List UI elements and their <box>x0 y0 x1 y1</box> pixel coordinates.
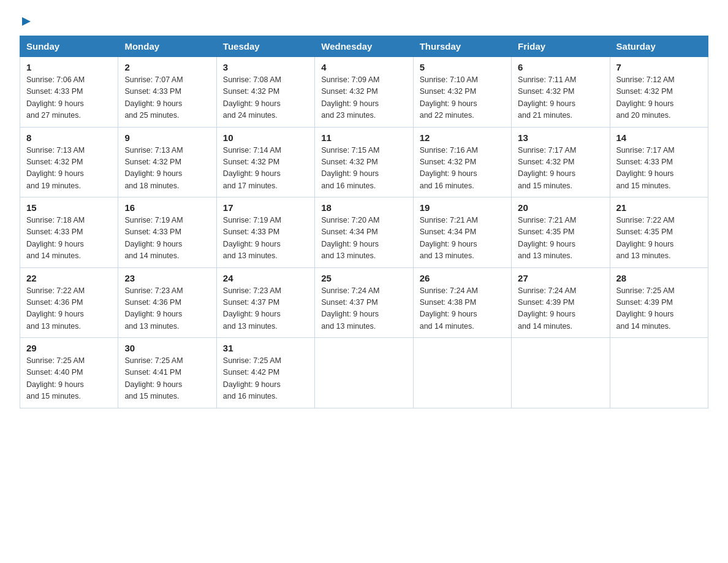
weekday-header-wednesday: Wednesday <box>315 36 413 57</box>
empty-cell <box>413 338 511 408</box>
day-cell-10: 10 Sunrise: 7:14 AM Sunset: 4:32 PM Dayl… <box>216 127 314 197</box>
day-number: 7 <box>616 62 702 72</box>
day-cell-4: 4 Sunrise: 7:09 AM Sunset: 4:32 PM Dayli… <box>315 57 413 128</box>
day-number: 8 <box>26 132 112 143</box>
day-number: 27 <box>518 273 603 283</box>
weekday-header-saturday: Saturday <box>610 36 708 57</box>
day-info: Sunrise: 7:25 AM Sunset: 4:42 PM Dayligh… <box>223 355 308 403</box>
week-row-4: 22 Sunrise: 7:22 AM Sunset: 4:36 PM Dayl… <box>20 267 708 338</box>
day-info: Sunrise: 7:19 AM Sunset: 4:33 PM Dayligh… <box>223 215 308 262</box>
day-number: 4 <box>321 62 406 72</box>
weekday-header-thursday: Thursday <box>413 36 511 57</box>
day-info: Sunrise: 7:12 AM Sunset: 4:32 PM Dayligh… <box>616 74 702 122</box>
calendar-table: SundayMondayTuesdayWednesdayThursdayFrid… <box>20 36 708 408</box>
day-number: 23 <box>124 273 210 283</box>
page-header <box>20 15 708 28</box>
day-number: 11 <box>321 132 406 143</box>
day-info: Sunrise: 7:13 AM Sunset: 4:32 PM Dayligh… <box>124 145 210 193</box>
weekday-header-monday: Monday <box>118 36 216 57</box>
day-cell-14: 14 Sunrise: 7:17 AM Sunset: 4:33 PM Dayl… <box>610 127 708 197</box>
day-cell-15: 15 Sunrise: 7:18 AM Sunset: 4:33 PM Dayl… <box>20 197 118 268</box>
day-number: 15 <box>26 202 112 213</box>
day-info: Sunrise: 7:21 AM Sunset: 4:34 PM Dayligh… <box>420 215 505 262</box>
week-row-2: 8 Sunrise: 7:13 AM Sunset: 4:32 PM Dayli… <box>20 127 708 197</box>
day-cell-27: 27 Sunrise: 7:24 AM Sunset: 4:39 PM Dayl… <box>512 267 610 338</box>
day-info: Sunrise: 7:15 AM Sunset: 4:32 PM Dayligh… <box>321 145 406 193</box>
day-cell-11: 11 Sunrise: 7:15 AM Sunset: 4:32 PM Dayl… <box>315 127 413 197</box>
day-info: Sunrise: 7:14 AM Sunset: 4:32 PM Dayligh… <box>223 145 308 193</box>
logo <box>20 15 33 28</box>
day-number: 17 <box>223 202 308 213</box>
day-number: 18 <box>321 202 406 213</box>
day-number: 5 <box>420 62 505 72</box>
day-number: 26 <box>420 273 505 283</box>
weekday-header-sunday: Sunday <box>20 36 118 57</box>
day-number: 6 <box>518 62 603 72</box>
logo-arrow-icon <box>20 15 33 28</box>
day-number: 29 <box>26 343 112 353</box>
day-info: Sunrise: 7:16 AM Sunset: 4:32 PM Dayligh… <box>420 145 505 193</box>
day-cell-20: 20 Sunrise: 7:21 AM Sunset: 4:35 PM Dayl… <box>512 197 610 268</box>
day-cell-22: 22 Sunrise: 7:22 AM Sunset: 4:36 PM Dayl… <box>20 267 118 338</box>
day-cell-21: 21 Sunrise: 7:22 AM Sunset: 4:35 PM Dayl… <box>610 197 708 268</box>
day-number: 31 <box>223 343 308 353</box>
day-cell-18: 18 Sunrise: 7:20 AM Sunset: 4:34 PM Dayl… <box>315 197 413 268</box>
weekday-header-friday: Friday <box>512 36 610 57</box>
day-cell-28: 28 Sunrise: 7:25 AM Sunset: 4:39 PM Dayl… <box>610 267 708 338</box>
day-info: Sunrise: 7:25 AM Sunset: 4:40 PM Dayligh… <box>26 355 112 403</box>
day-number: 12 <box>420 132 505 143</box>
day-info: Sunrise: 7:19 AM Sunset: 4:33 PM Dayligh… <box>124 215 210 262</box>
day-cell-31: 31 Sunrise: 7:25 AM Sunset: 4:42 PM Dayl… <box>216 338 314 408</box>
day-info: Sunrise: 7:09 AM Sunset: 4:32 PM Dayligh… <box>321 74 406 122</box>
day-cell-5: 5 Sunrise: 7:10 AM Sunset: 4:32 PM Dayli… <box>413 57 511 128</box>
day-cell-8: 8 Sunrise: 7:13 AM Sunset: 4:32 PM Dayli… <box>20 127 118 197</box>
day-cell-6: 6 Sunrise: 7:11 AM Sunset: 4:32 PM Dayli… <box>512 57 610 128</box>
day-number: 13 <box>518 132 603 143</box>
week-row-5: 29 Sunrise: 7:25 AM Sunset: 4:40 PM Dayl… <box>20 338 708 408</box>
svg-marker-0 <box>22 17 31 26</box>
day-info: Sunrise: 7:17 AM Sunset: 4:32 PM Dayligh… <box>518 145 603 193</box>
day-number: 9 <box>124 132 210 143</box>
day-cell-13: 13 Sunrise: 7:17 AM Sunset: 4:32 PM Dayl… <box>512 127 610 197</box>
day-info: Sunrise: 7:06 AM Sunset: 4:33 PM Dayligh… <box>26 74 112 122</box>
day-info: Sunrise: 7:13 AM Sunset: 4:32 PM Dayligh… <box>26 145 112 193</box>
day-cell-1: 1 Sunrise: 7:06 AM Sunset: 4:33 PM Dayli… <box>20 57 118 128</box>
day-info: Sunrise: 7:25 AM Sunset: 4:41 PM Dayligh… <box>124 355 210 403</box>
day-info: Sunrise: 7:21 AM Sunset: 4:35 PM Dayligh… <box>518 215 603 262</box>
day-cell-12: 12 Sunrise: 7:16 AM Sunset: 4:32 PM Dayl… <box>413 127 511 197</box>
day-info: Sunrise: 7:20 AM Sunset: 4:34 PM Dayligh… <box>321 215 406 262</box>
day-cell-30: 30 Sunrise: 7:25 AM Sunset: 4:41 PM Dayl… <box>118 338 216 408</box>
day-number: 20 <box>518 202 603 213</box>
day-number: 30 <box>124 343 210 353</box>
day-number: 1 <box>26 62 112 72</box>
day-cell-29: 29 Sunrise: 7:25 AM Sunset: 4:40 PM Dayl… <box>20 338 118 408</box>
day-number: 16 <box>124 202 210 213</box>
empty-cell <box>610 338 708 408</box>
day-number: 24 <box>223 273 308 283</box>
day-cell-24: 24 Sunrise: 7:23 AM Sunset: 4:37 PM Dayl… <box>216 267 314 338</box>
weekday-header-tuesday: Tuesday <box>216 36 314 57</box>
day-number: 19 <box>420 202 505 213</box>
day-info: Sunrise: 7:11 AM Sunset: 4:32 PM Dayligh… <box>518 74 603 122</box>
day-number: 14 <box>616 132 702 143</box>
day-info: Sunrise: 7:24 AM Sunset: 4:39 PM Dayligh… <box>518 285 603 333</box>
empty-cell <box>315 338 413 408</box>
day-info: Sunrise: 7:22 AM Sunset: 4:35 PM Dayligh… <box>616 215 702 262</box>
day-info: Sunrise: 7:24 AM Sunset: 4:37 PM Dayligh… <box>321 285 406 333</box>
logo-line1 <box>20 15 33 28</box>
day-info: Sunrise: 7:08 AM Sunset: 4:32 PM Dayligh… <box>223 74 308 122</box>
day-cell-19: 19 Sunrise: 7:21 AM Sunset: 4:34 PM Dayl… <box>413 197 511 268</box>
day-info: Sunrise: 7:22 AM Sunset: 4:36 PM Dayligh… <box>26 285 112 333</box>
day-info: Sunrise: 7:18 AM Sunset: 4:33 PM Dayligh… <box>26 215 112 262</box>
day-info: Sunrise: 7:24 AM Sunset: 4:38 PM Dayligh… <box>420 285 505 333</box>
day-info: Sunrise: 7:25 AM Sunset: 4:39 PM Dayligh… <box>616 285 702 333</box>
day-number: 10 <box>223 132 308 143</box>
day-number: 25 <box>321 273 406 283</box>
day-cell-3: 3 Sunrise: 7:08 AM Sunset: 4:32 PM Dayli… <box>216 57 314 128</box>
day-number: 2 <box>124 62 210 72</box>
day-number: 3 <box>223 62 308 72</box>
day-cell-17: 17 Sunrise: 7:19 AM Sunset: 4:33 PM Dayl… <box>216 197 314 268</box>
day-info: Sunrise: 7:10 AM Sunset: 4:32 PM Dayligh… <box>420 74 505 122</box>
day-info: Sunrise: 7:23 AM Sunset: 4:36 PM Dayligh… <box>124 285 210 333</box>
weekday-header-row: SundayMondayTuesdayWednesdayThursdayFrid… <box>20 36 708 57</box>
